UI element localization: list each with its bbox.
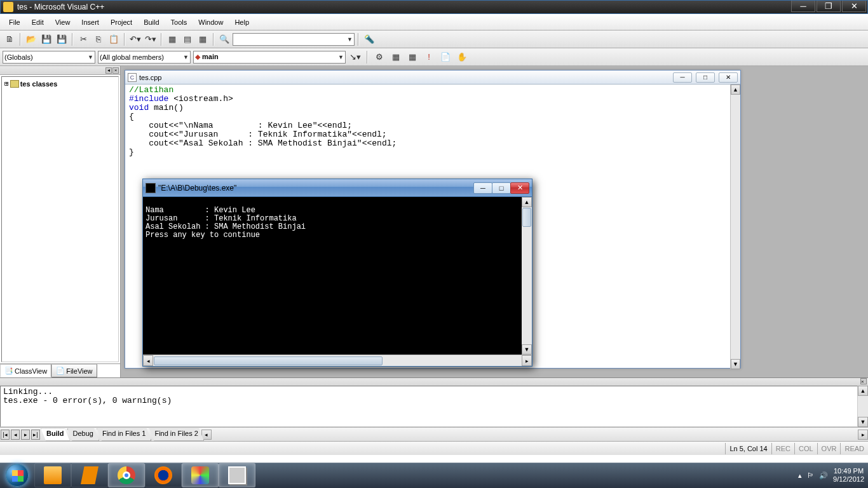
taskbar-item-chrome[interactable] — [108, 463, 145, 487]
scroll-left-icon[interactable]: ◂ — [143, 355, 153, 366]
menu-bar: File Edit View Insert Project Build Tool… — [0, 14, 868, 30]
status-read: READ — [840, 443, 868, 454]
volume-icon[interactable]: 🔊 — [819, 471, 828, 480]
editor-close-button[interactable]: ✕ — [719, 72, 738, 83]
menu-build[interactable]: Build — [139, 17, 164, 28]
console-titlebar[interactable]: "E:\A\B\Debug\tes.exe" ─ □ ✕ — [143, 179, 532, 197]
maximize-button[interactable]: ❐ — [817, 1, 841, 12]
open-icon[interactable]: 📂 — [24, 32, 38, 46]
hscroll-left-icon[interactable]: ◂ — [201, 430, 212, 440]
menu-window[interactable]: Window — [193, 17, 228, 28]
output-tab-find2[interactable]: Find in Files 2 — [149, 428, 203, 441]
taskbar-item-vc[interactable] — [182, 463, 219, 487]
output-icon[interactable]: ▤ — [180, 32, 194, 46]
console-vscrollbar[interactable]: ▲ ▼ — [522, 197, 532, 355]
taskbar-item-console[interactable] — [219, 463, 255, 487]
output-tab-build[interactable]: Build — [41, 428, 70, 441]
scroll-up-icon[interactable]: ▲ — [522, 197, 532, 207]
action-center-icon[interactable]: 🏳 — [807, 471, 814, 479]
console-hscrollbar[interactable]: ◂ ▸ — [143, 355, 532, 366]
scroll-thumb[interactable] — [522, 208, 531, 227]
editor-maximize-button[interactable]: □ — [696, 72, 715, 83]
output-panel: × Linking... tes.exe - 0 error(s), 0 war… — [0, 377, 868, 441]
taskbar-item-firefox[interactable] — [145, 463, 182, 487]
hscroll-right-icon[interactable]: ▸ — [858, 430, 868, 440]
taskbar-item-winamp[interactable] — [71, 463, 108, 487]
scroll-thumb[interactable] — [154, 356, 383, 365]
copy-icon[interactable]: ⎘ — [92, 32, 105, 46]
clock[interactable]: 10:49 PM 9/12/2012 — [833, 467, 864, 484]
cut-icon[interactable]: ✂ — [76, 32, 90, 46]
console-minimize-button[interactable]: ─ — [473, 182, 492, 194]
taskbar-item-explorer[interactable] — [34, 463, 71, 487]
find-icon[interactable]: 🔦 — [362, 32, 376, 46]
console-output[interactable]: Nama : Kevin Lee Jurusan : Teknik Inform… — [143, 197, 522, 355]
find-in-files-icon[interactable]: 🔍 — [217, 32, 231, 46]
undo-icon[interactable]: ↶▾ — [128, 32, 142, 46]
editor-vscrollbar[interactable]: ▲ ▼ — [730, 85, 740, 369]
output-vscrollbar[interactable]: ▲ ▼ — [858, 386, 868, 427]
firefox-icon — [154, 466, 172, 484]
console-task-icon — [228, 466, 246, 484]
paste-icon[interactable]: 📋 — [107, 32, 121, 46]
menu-edit[interactable]: Edit — [27, 17, 49, 28]
scroll-right-icon[interactable]: ▸ — [522, 355, 532, 366]
menu-view[interactable]: View — [50, 17, 76, 28]
scroll-down-icon[interactable]: ▼ — [731, 359, 740, 369]
show-hidden-icons-icon[interactable]: ▴ — [798, 471, 802, 480]
tab-nav-last-icon[interactable]: ▸| — [31, 430, 40, 440]
minimize-button[interactable]: ─ — [791, 1, 815, 12]
workspace-tabs: 📑ClassView 📄FileView — [0, 363, 120, 377]
start-button[interactable] — [0, 463, 34, 488]
menu-file[interactable]: File — [4, 17, 25, 28]
stop-build-icon[interactable]: ▦ — [405, 50, 419, 64]
tab-nav-next-icon[interactable]: ▸ — [21, 430, 30, 440]
execute-icon[interactable]: ! — [422, 50, 436, 64]
panel-dock-bar: ◂ × — [0, 66, 120, 75]
output-tab-find1[interactable]: Find in Files 1 — [97, 428, 151, 441]
symbol-combo[interactable]: ◆ main▼ — [193, 51, 346, 64]
scroll-up-icon[interactable]: ▲ — [731, 85, 740, 95]
output-text[interactable]: Linking... tes.exe - 0 error(s), 0 warni… — [0, 386, 858, 427]
find-combo[interactable]: ▼ — [233, 33, 355, 46]
editor-minimize-button[interactable]: ─ — [673, 72, 692, 83]
scroll-down-icon[interactable]: ▼ — [858, 417, 868, 427]
tab-nav-first-icon[interactable]: |◂ — [1, 430, 10, 440]
tree-root-item[interactable]: ⊞ tes classes — [4, 79, 116, 88]
members-combo[interactable]: (All global members)▼ — [98, 51, 191, 64]
editor-titlebar[interactable]: C tes.cpp ─ □ ✕ — [125, 71, 740, 85]
menu-insert[interactable]: Insert — [76, 17, 104, 28]
workspace-icon[interactable]: ▦ — [165, 32, 179, 46]
new-text-file-icon[interactable]: 🗎 — [3, 32, 17, 46]
output-close-icon[interactable]: × — [860, 378, 867, 384]
panel-arrow-left-icon[interactable]: ◂ — [105, 67, 112, 74]
scope-combo[interactable]: (Globals)▼ — [3, 51, 95, 64]
menu-help[interactable]: Help — [229, 17, 254, 28]
tab-nav-prev-icon[interactable]: ◂ — [11, 430, 20, 440]
redo-icon[interactable]: ↷▾ — [144, 32, 158, 46]
menu-tools[interactable]: Tools — [166, 17, 193, 28]
tab-classview[interactable]: 📑ClassView — [0, 364, 51, 377]
build-icon[interactable]: ▦ — [389, 50, 403, 64]
scroll-down-icon[interactable]: ▼ — [522, 344, 532, 355]
save-all-icon[interactable]: 💾 — [55, 32, 69, 46]
goto-icon[interactable]: ↘▾ — [348, 50, 362, 64]
breakpoint-icon[interactable]: ✋ — [455, 50, 469, 64]
go-icon[interactable]: 📄 — [438, 50, 452, 64]
tab-fileview[interactable]: 📄FileView — [51, 364, 97, 377]
console-window: "E:\A\B\Debug\tes.exe" ─ □ ✕ Nama : Kevi… — [142, 179, 532, 367]
expand-icon[interactable]: ⊞ — [4, 79, 9, 88]
save-icon[interactable]: 💾 — [39, 32, 53, 46]
status-col: COL — [794, 443, 817, 454]
console-close-button[interactable]: ✕ — [510, 182, 529, 194]
compile-icon[interactable]: ⚙ — [372, 50, 386, 64]
close-button[interactable]: ✕ — [842, 1, 866, 12]
app-icon — [3, 2, 13, 12]
output-tab-debug[interactable]: Debug — [67, 428, 99, 441]
scroll-up-icon[interactable]: ▲ — [858, 386, 868, 396]
panel-close-icon[interactable]: × — [112, 67, 119, 74]
menu-project[interactable]: Project — [105, 17, 137, 28]
window-list-icon[interactable]: ▦ — [196, 32, 210, 46]
class-tree[interactable]: ⊞ tes classes — [1, 76, 119, 362]
console-maximize-button[interactable]: □ — [492, 182, 511, 194]
